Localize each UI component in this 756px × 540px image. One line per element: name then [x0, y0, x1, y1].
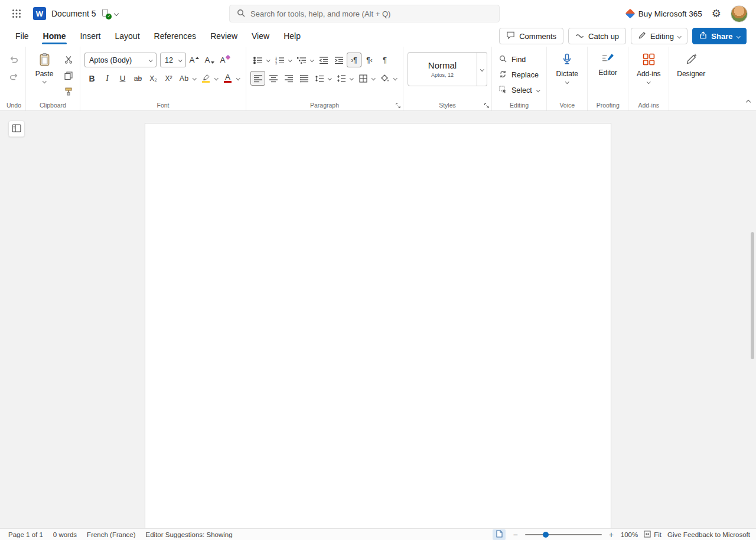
word-logo-icon[interactable] — [33, 7, 46, 20]
change-case-menu-button[interactable] — [191, 71, 198, 86]
text-effects-button[interactable]: A — [217, 53, 232, 67]
page-indicator[interactable]: Page 1 of 1 — [8, 531, 43, 538]
chevron-down-icon — [677, 34, 681, 38]
replace-button[interactable]: Replace — [496, 67, 542, 82]
rtl-text-direction-button[interactable]: ¶‹ — [362, 53, 377, 67]
superscript-button[interactable]: X² — [161, 71, 176, 86]
justify-button[interactable] — [296, 71, 311, 86]
style-gallery-normal[interactable]: Normal Aptos, 12 — [408, 52, 477, 86]
search-input[interactable] — [250, 9, 492, 18]
align-left-button[interactable] — [250, 71, 265, 86]
font-name-dropdown[interactable]: Aptos (Body) — [84, 53, 157, 67]
catch-up-button[interactable]: Catch up — [568, 28, 626, 44]
tab-home[interactable]: Home — [36, 28, 73, 47]
designer-button[interactable]: Designer — [673, 52, 709, 78]
copy-button[interactable] — [61, 68, 76, 83]
numbering-menu-button[interactable] — [287, 53, 294, 67]
zoom-out-button[interactable]: − — [511, 531, 519, 539]
zoom-in-button[interactable]: + — [608, 531, 615, 539]
paragraph-spacing-button[interactable] — [334, 71, 348, 86]
shading-button[interactable] — [377, 71, 392, 86]
add-ins-button[interactable]: Add-ins — [633, 52, 664, 83]
editing-mode-button[interactable]: Editing — [631, 28, 687, 44]
ribbon: Undo Paste Clipbo — [0, 47, 756, 111]
share-button[interactable]: Share — [692, 28, 747, 44]
numbering-button[interactable]: 123 — [272, 53, 287, 67]
zoom-slider[interactable] — [525, 530, 602, 539]
line-spacing-button[interactable] — [312, 71, 327, 86]
highlight-color-menu-button[interactable] — [213, 71, 220, 86]
highlight-color-button[interactable] — [198, 71, 213, 86]
subscript-button[interactable]: X₂ — [146, 71, 161, 86]
align-right-button[interactable] — [281, 71, 296, 86]
word-count[interactable]: 0 words — [53, 531, 77, 538]
editor-suggestions-indicator[interactable]: Editor Suggestions: Showing — [146, 531, 233, 538]
vertical-scrollbar[interactable] — [751, 232, 754, 359]
tab-view[interactable]: View — [245, 28, 276, 47]
grow-font-button[interactable]: A — [187, 53, 201, 67]
search-box[interactable] — [229, 5, 500, 22]
decrease-indent-button[interactable] — [316, 53, 331, 67]
font-size-dropdown[interactable]: 12 — [160, 53, 186, 67]
borders-menu-button[interactable] — [370, 71, 377, 86]
language-indicator[interactable]: French (France) — [87, 531, 135, 538]
save-status-icon[interactable] — [101, 9, 111, 19]
shrink-font-button[interactable]: A — [202, 53, 217, 67]
comments-button[interactable]: Comments — [499, 28, 563, 44]
multilevel-list-menu-button[interactable] — [309, 53, 315, 67]
editor-button[interactable]: Editor — [592, 52, 624, 77]
cut-button[interactable] — [61, 52, 76, 67]
paste-button[interactable]: Paste — [30, 52, 58, 83]
redo-button[interactable] — [6, 69, 21, 84]
tab-layout[interactable]: Layout — [107, 28, 146, 47]
strikethrough-button[interactable]: ab — [131, 71, 145, 86]
borders-button[interactable] — [356, 71, 370, 86]
italic-button[interactable]: I — [100, 71, 115, 86]
multilevel-list-button[interactable] — [294, 53, 309, 67]
shading-menu-button[interactable] — [392, 71, 399, 86]
zoom-level[interactable]: 100% — [621, 531, 638, 538]
change-case-button[interactable]: Ab — [177, 71, 191, 86]
paragraph-spacing-menu-button[interactable] — [348, 71, 355, 86]
collapse-ribbon-button[interactable] — [747, 97, 750, 106]
buy-microsoft-365-button[interactable]: Buy Microsoft 365 — [627, 9, 702, 18]
increase-indent-button[interactable] — [331, 53, 346, 67]
account-avatar[interactable] — [731, 5, 748, 22]
find-icon — [499, 55, 507, 64]
dictate-label: Dictate — [556, 70, 578, 78]
document-page[interactable] — [145, 123, 611, 528]
undo-button[interactable] — [6, 52, 21, 67]
find-button[interactable]: Find — [496, 52, 542, 67]
settings-button[interactable]: ⚙ — [712, 7, 721, 20]
format-painter-button[interactable] — [61, 84, 76, 99]
page-view-button[interactable] — [493, 529, 506, 540]
app-launcher-button[interactable] — [7, 4, 26, 23]
tab-file[interactable]: File — [8, 28, 36, 47]
document-title[interactable]: Document 5 — [51, 9, 96, 18]
title-chevron-icon[interactable] — [115, 12, 118, 15]
tab-review[interactable]: Review — [203, 28, 245, 47]
show-formatting-marks-button[interactable]: ¶ — [377, 53, 392, 67]
select-button[interactable]: Select — [496, 83, 542, 97]
tab-references[interactable]: References — [147, 28, 204, 47]
bullets-menu-button[interactable] — [265, 53, 272, 67]
paste-label: Paste — [35, 70, 54, 78]
styles-dialog-launcher[interactable] — [483, 102, 490, 108]
tab-help[interactable]: Help — [276, 28, 308, 47]
fit-button[interactable]: Fit — [644, 531, 662, 539]
zoom-slider-thumb[interactable] — [543, 532, 549, 538]
styles-gallery-more-button[interactable] — [477, 52, 487, 86]
feedback-link[interactable]: Give Feedback to Microsoft — [667, 531, 750, 538]
dictate-button[interactable]: Dictate — [551, 52, 583, 83]
navigation-pane-toggle[interactable] — [8, 121, 25, 137]
tab-insert[interactable]: Insert — [73, 28, 107, 47]
font-color-menu-button[interactable] — [235, 71, 242, 86]
align-center-button[interactable] — [266, 71, 281, 86]
paragraph-dialog-launcher[interactable] — [395, 102, 401, 108]
underline-button[interactable]: U — [115, 71, 130, 86]
ltr-text-direction-button[interactable]: ›¶ — [347, 53, 361, 67]
bold-button[interactable]: B — [84, 71, 99, 86]
bullets-button[interactable] — [250, 53, 265, 67]
line-spacing-menu-button[interactable] — [327, 71, 333, 86]
font-color-button[interactable]: A — [220, 71, 235, 86]
